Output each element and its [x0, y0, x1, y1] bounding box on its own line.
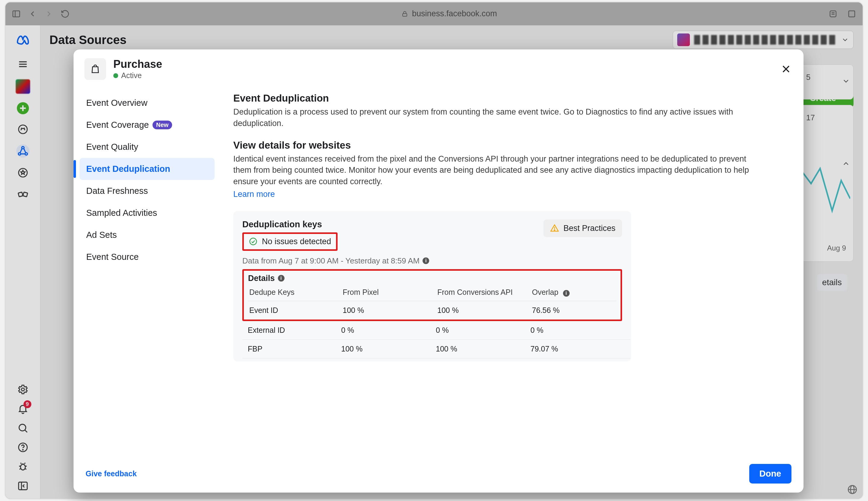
- reload-icon[interactable]: [60, 9, 71, 19]
- modal-side-nav: Event Overview Event Coverage New Event …: [74, 87, 218, 457]
- settings-gear-icon[interactable]: [16, 383, 30, 396]
- close-button[interactable]: [779, 62, 793, 76]
- table-row: External ID 0 % 0 % 0 %: [242, 321, 631, 340]
- summary-card-1[interactable]: d 5 s: [796, 64, 854, 99]
- give-feedback-link[interactable]: Give feedback: [86, 469, 137, 478]
- dedup-table: Dedupe Keys From Pixel From Conversions …: [248, 285, 617, 320]
- event-title: Purchase: [113, 58, 162, 71]
- svg-point-26: [23, 449, 23, 450]
- tabs-icon[interactable]: [846, 9, 857, 19]
- section-desc-1: Deduplication is a process used to preve…: [233, 106, 755, 129]
- data-range-text: Data from Aug 7 at 9:00 AM - Yesterday a…: [242, 256, 622, 266]
- globe-icon[interactable]: [847, 484, 858, 495]
- no-issues-text: No issues detected: [262, 237, 331, 246]
- new-badge: New: [152, 120, 172, 129]
- svg-point-14: [21, 128, 22, 129]
- svg-rect-0: [13, 11, 20, 17]
- svg-point-38: [554, 230, 555, 231]
- section-desc-2: Identical event instances received from …: [233, 153, 755, 188]
- th-from-pixel: From Pixel: [342, 285, 436, 301]
- right-summary-panel: d 5 s d 17 s: [796, 64, 854, 490]
- status-text: Active: [121, 71, 142, 80]
- left-rail: [6, 25, 40, 499]
- modal-footer: Give feedback Done: [74, 457, 804, 492]
- page-title: Data Sources: [50, 33, 127, 47]
- th-dedupe-keys: Dedupe Keys: [248, 285, 342, 301]
- section-title-1: Event Deduplication: [233, 93, 755, 104]
- best-practices-button[interactable]: Best Practices: [544, 220, 622, 237]
- svg-rect-20: [18, 192, 23, 197]
- mini-line-chart: [802, 159, 850, 238]
- info-icon[interactable]: i: [422, 257, 429, 264]
- th-from-capi: From Conversions API: [436, 285, 531, 301]
- status-row: Active: [113, 71, 162, 80]
- learn-more-link[interactable]: Learn more: [233, 190, 275, 199]
- nav-event-source[interactable]: Event Source: [79, 246, 215, 268]
- table-header-row: Dedupe Keys From Pixel From Conversions …: [248, 285, 617, 301]
- dedup-card: Deduplication keys No issues detected Be…: [233, 211, 631, 361]
- nav-ad-sets[interactable]: Ad Sets: [79, 224, 215, 246]
- add-icon[interactable]: [17, 102, 29, 114]
- help-icon[interactable]: [16, 441, 30, 454]
- notifications-bell-icon[interactable]: [16, 402, 30, 415]
- svg-point-22: [21, 388, 24, 391]
- summary-card-2[interactable]: d 17 s Aug 9 etails: [796, 105, 854, 262]
- svg-rect-2: [403, 13, 407, 16]
- forward-icon: [43, 9, 54, 19]
- back-icon[interactable]: [27, 9, 38, 19]
- modal-header: Purchase Active: [74, 50, 804, 80]
- browser-toolbar: business.facebook.com: [6, 2, 862, 25]
- dedup-keys-title: Deduplication keys: [242, 220, 337, 230]
- svg-point-27: [21, 464, 25, 470]
- svg-rect-6: [849, 11, 855, 17]
- no-issues-highlight: No issues detected: [242, 232, 337, 251]
- account-selector[interactable]: [673, 31, 854, 49]
- section-title-2: View details for websites: [233, 140, 755, 151]
- hamburger-icon[interactable]: [16, 57, 30, 71]
- th-overlap: Overlap i: [531, 285, 617, 301]
- bug-icon[interactable]: [16, 460, 30, 473]
- nav-data-freshness[interactable]: Data Freshness: [79, 180, 215, 202]
- dedup-table-continued: External ID 0 % 0 % 0 % FBP 100 % 100 % …: [242, 321, 631, 359]
- status-dot-icon: [113, 73, 118, 78]
- details-chip[interactable]: etails: [817, 274, 847, 291]
- nav-event-coverage[interactable]: Event Coverage New: [79, 114, 215, 136]
- svg-point-13: [18, 125, 27, 134]
- account-avatar[interactable]: [16, 79, 30, 94]
- svg-rect-21: [23, 192, 28, 197]
- nav-sampled-activities[interactable]: Sampled Activities: [79, 202, 215, 224]
- axis-label: Aug 9: [827, 244, 846, 252]
- integrations-icon[interactable]: [16, 188, 30, 201]
- reader-icon[interactable]: [828, 9, 838, 19]
- svg-point-16: [22, 147, 24, 149]
- data-sources-icon[interactable]: [16, 145, 30, 158]
- search-icon[interactable]: [16, 422, 30, 435]
- details-highlight: Details i Dedupe Keys From Pixel From Co…: [242, 269, 622, 321]
- gauge-icon[interactable]: [16, 123, 30, 136]
- info-icon[interactable]: i: [278, 275, 285, 281]
- nav-event-deduplication[interactable]: Event Deduplication: [79, 158, 215, 180]
- table-row: FBP 100 % 100 % 79.07 %: [242, 339, 631, 358]
- meta-logo-icon[interactable]: [16, 33, 30, 49]
- modal-content: Event Deduplication Deduplication is a p…: [218, 87, 804, 457]
- check-circle-icon: [249, 237, 258, 246]
- details-title: Details i: [248, 274, 617, 283]
- nav-event-quality[interactable]: Event Quality: [79, 136, 215, 158]
- svg-point-36: [250, 238, 257, 245]
- star-badge-icon[interactable]: [16, 166, 30, 179]
- svg-rect-7: [850, 12, 856, 18]
- event-modal: Purchase Active Event Overview Event Cov…: [74, 50, 804, 492]
- svg-point-23: [19, 424, 25, 431]
- collapse-rail-icon[interactable]: [16, 479, 30, 492]
- url-bar[interactable]: business.facebook.com: [76, 9, 822, 18]
- sidebar-toggle-icon[interactable]: [11, 9, 22, 19]
- nav-event-overview[interactable]: Event Overview: [79, 92, 215, 114]
- svg-line-24: [25, 430, 27, 432]
- shopping-bag-icon: [84, 58, 106, 80]
- chevron-down-icon: [842, 77, 850, 87]
- account-name-redacted: [694, 35, 837, 45]
- done-button[interactable]: Done: [749, 464, 792, 483]
- warning-triangle-icon: [550, 224, 559, 233]
- account-thumb: [677, 33, 690, 46]
- info-icon[interactable]: i: [563, 290, 570, 297]
